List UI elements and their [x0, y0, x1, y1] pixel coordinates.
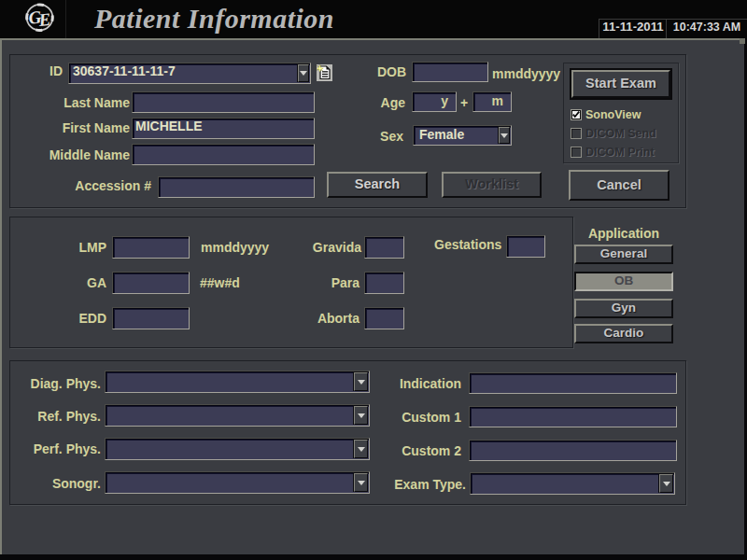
svg-text:E: E: [36, 9, 51, 30]
